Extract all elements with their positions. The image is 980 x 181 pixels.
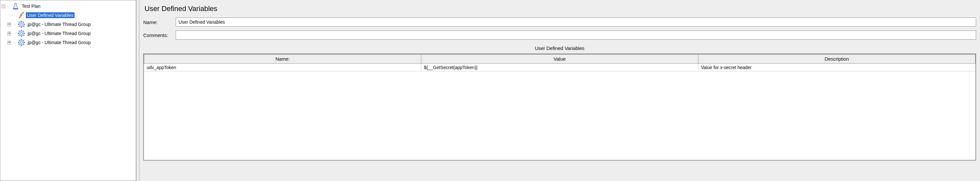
- tree-connector: ··: [12, 32, 16, 36]
- table-section-title: User Defined Variables: [143, 45, 976, 51]
- svg-rect-4: [21, 21, 22, 22]
- svg-rect-17: [24, 33, 25, 34]
- tree-node-root[interactable]: − ·· Test Plan: [1, 2, 135, 11]
- expand-icon[interactable]: +: [8, 23, 11, 26]
- comments-input[interactable]: [176, 30, 976, 40]
- tree-connector: ··: [12, 22, 16, 27]
- svg-point-3: [21, 23, 22, 25]
- tree-node-threadgroup-2[interactable]: + ·· jp@gc - Ultimate Thread Group: [1, 29, 135, 38]
- tree-connector: ····: [8, 13, 16, 18]
- svg-rect-27: [24, 42, 25, 43]
- comments-label: Comments:: [143, 32, 176, 38]
- svg-rect-0: [14, 3, 17, 4]
- gear-icon: [18, 30, 25, 37]
- tree-node-threadgroup-1[interactable]: + ·· jp@gc - Ultimate Thread Group: [1, 20, 135, 29]
- tree-node-threadgroup-3[interactable]: + ·· jp@gc - Ultimate Thread Group: [1, 38, 135, 47]
- cell-value[interactable]: ${__GetSecret(appToken)}: [421, 64, 698, 71]
- vars-table-wrapper: Name: Value Description udv_appToken ${_…: [143, 53, 976, 160]
- tree-node-udv[interactable]: ···· User Defined Variables: [1, 11, 135, 20]
- tools-icon: [18, 12, 25, 19]
- cell-description[interactable]: Value for x-secret header: [698, 64, 975, 71]
- tree-label-threadgroup[interactable]: jp@gc - Ultimate Thread Group: [26, 30, 92, 36]
- svg-point-1: [22, 12, 24, 13]
- svg-rect-6: [18, 24, 19, 25]
- col-header-description[interactable]: Description: [698, 54, 975, 64]
- name-label: Name:: [143, 19, 176, 25]
- svg-point-23: [21, 42, 22, 43]
- panel-title: User Defined Variables: [143, 3, 976, 18]
- table-row[interactable]: udv_appToken ${__GetSecret(appToken)} Va…: [144, 64, 975, 71]
- content-panel: User Defined Variables Name: Comments: U…: [139, 0, 980, 181]
- tree-label-udv[interactable]: User Defined Variables: [26, 12, 75, 18]
- tree-connector: ··: [12, 40, 16, 45]
- name-input[interactable]: [176, 18, 976, 27]
- beaker-icon: [12, 3, 19, 10]
- collapse-icon[interactable]: −: [2, 5, 5, 8]
- expand-icon[interactable]: +: [8, 32, 11, 35]
- svg-rect-14: [21, 30, 22, 31]
- comments-field-row: Comments:: [143, 30, 976, 40]
- svg-rect-24: [21, 39, 22, 40]
- name-field-row: Name:: [143, 18, 976, 27]
- tree-label-root[interactable]: Test Plan: [21, 3, 42, 9]
- col-header-value[interactable]: Value: [421, 54, 698, 64]
- table-header-row: Name: Value Description: [144, 54, 975, 64]
- svg-rect-5: [21, 27, 22, 28]
- svg-rect-15: [21, 36, 22, 37]
- expand-icon[interactable]: +: [8, 41, 11, 45]
- tree-label-threadgroup[interactable]: jp@gc - Ultimate Thread Group: [26, 40, 92, 45]
- tree[interactable]: − ·· Test Plan ···· User Define: [0, 0, 136, 48]
- col-header-name[interactable]: Name:: [144, 54, 421, 64]
- svg-rect-26: [18, 42, 19, 43]
- cell-name[interactable]: udv_appToken: [144, 64, 421, 71]
- splitter[interactable]: [136, 0, 139, 181]
- gear-icon: [18, 39, 25, 46]
- tree-panel: − ·· Test Plan ···· User Define: [0, 0, 136, 181]
- svg-rect-7: [24, 24, 25, 25]
- vars-table[interactable]: Name: Value Description udv_appToken ${_…: [144, 54, 975, 71]
- svg-rect-16: [18, 33, 19, 34]
- gear-icon: [18, 21, 25, 28]
- tree-label-threadgroup[interactable]: jp@gc - Ultimate Thread Group: [26, 21, 92, 27]
- svg-rect-25: [21, 45, 22, 46]
- tree-connector: ··: [6, 4, 10, 8]
- svg-point-13: [21, 32, 22, 34]
